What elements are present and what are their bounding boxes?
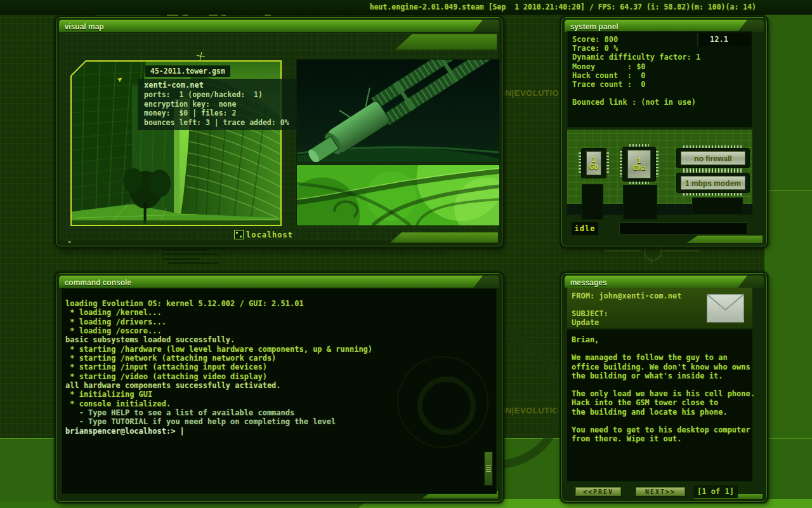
message-line [572,344,752,353]
ram-chip-icon[interactable]: 1 Gb [582,149,606,178]
from-value: john@xenti-com.net [599,291,681,300]
console-lines: loading Evolution OS: kernel 5.12.002 / … [65,299,483,436]
subject-value: Update [572,318,599,327]
visual-map-panel: visual map [56,17,502,246]
node-info-box: xenti-com.net ports: 1 (open/hacked: 1)e… [138,79,296,130]
system-stat-line [572,89,752,98]
message-line: office building. We don't know who owns [572,363,752,371]
modem-slot-icon[interactable]: 1 mbps modem [677,173,749,192]
empty-hardware-slot [582,184,603,220]
prev-message-button[interactable]: <<PREV [575,486,622,497]
node-info-row: ports: 1 (open/hacked: 1) [144,90,291,100]
cpu-unit: Ghz [633,164,646,171]
visual-map-body: 45-2011.tower.gsm ➤ xenti-com.net ports:… [60,33,498,241]
level-clock: 12.1 [697,33,750,46]
message-body-lines: Brian, We managed to follow the guy to a… [572,335,752,453]
console-line: - Type TUTORIAL if you need help on comp… [65,417,483,426]
ram-unit: Gb [589,163,599,170]
console-line: * loading /kernel... [65,308,483,317]
message-line: You need to get to his desktop computer [572,425,752,434]
top-status-bar: heut.engine-2.01.049.steam [Sep 1 2010.2… [0,0,812,15]
message-line: the building or what's inside it. [572,371,752,380]
console-line: * starting /network (attaching network c… [65,354,483,363]
panel-header: visual map [59,20,499,32]
from-label: FROM: [572,291,599,300]
message-page-indicator: [1 of 1] [693,485,738,498]
background-reticle-line [662,250,700,251]
system-stat-line: Dynamic difficulty factor: 1 [572,53,752,62]
console-line: * starting /input (attaching input devic… [65,363,483,371]
satellite-photo [296,59,500,163]
empty-hardware-slot [692,197,743,215]
message-line [572,443,752,452]
map-text-cursor: - [67,237,72,246]
system-stat-line: Trace count : 0 [572,80,752,89]
subject-label: SUBJECT: [572,309,608,318]
message-line [572,380,752,389]
panel-tick-strip [65,250,446,256]
node-info-row: encryption key: none [144,100,291,109]
status-badge: idle [572,222,598,235]
panel-header: system panel [565,20,764,32]
console-line: all hardware components successfully act… [65,381,483,390]
message-line: from there. Wipe it out. [572,434,752,443]
console-line: brianspencer@localhost:> | [65,427,483,436]
map-marker-sparkle-icon [196,51,206,61]
background-right-band-light [764,190,812,438]
node-info-row: money: $0 | files: 2 [144,109,291,118]
node-info-rows: ports: 1 (open/hacked: 1)encryption key:… [144,90,291,127]
message-line: We managed to follow the guy to an [572,353,752,362]
panel-corner-accent [395,34,497,50]
system-panel-title: system panel [565,21,619,31]
console-output: loading Evolution OS: kernel 5.12.002 / … [65,299,483,436]
panel-corner-accent [686,236,763,243]
satellite-photo-image [297,60,499,162]
next-message-button[interactable]: NEXT>> [635,486,686,497]
console-line: * console initialized. [65,399,483,408]
console-line: * loading /drivers... [65,318,483,326]
message-body: Brian, We managed to follow the guy to a… [567,330,752,481]
console-line: basic subsystems loaded successfully. [65,335,483,344]
console-scrollbar-thumb[interactable] [484,451,493,486]
message-from-row: FROM: john@xenti-com.net [572,291,681,300]
console-line: * loading /oscore... [65,326,483,335]
localhost-node[interactable]: localhost [234,230,293,239]
panel-header-bright: visual map [59,20,483,32]
engine-status-text: heut.engine-2.01.049.steam [Sep 1 2010.2… [370,3,756,11]
gsm-tower-tooltip: 45-2011.tower.gsm [145,65,230,77]
visual-map-title: visual map [59,21,104,31]
message-line: the building and locate his phone. [572,408,752,417]
console-line: * initializing GUI [65,390,483,399]
evolution-watermark-top: ION|EVOLUTIO [496,88,559,98]
empty-hardware-slot [623,185,657,220]
console-line: loading Evolution OS: kernel 5.12.002 / … [65,299,483,308]
cpu-chip-icon[interactable]: 1 Ghz [623,147,655,181]
console-screen[interactable]: loading Evolution OS: kernel 5.12.002 / … [62,288,497,494]
system-stat-line: Bounced link : (not in use) [572,98,752,107]
console-title: command console [59,277,131,287]
system-panel: system panel Score: 800Trace: 0 %Dynamic… [561,17,767,246]
cpu-value: 1 [638,157,641,164]
node-hostname: xenti-com.net [144,81,291,90]
console-line: * starting /video (attaching video displ… [65,372,483,381]
aerial-photo [296,164,500,226]
console-line: * starting /hardware (low level hardware… [65,345,483,354]
panel-header-bright: system panel [565,20,747,32]
envelope-icon [707,294,744,323]
panel-header-bright: messages [565,276,747,288]
message-line [572,417,752,425]
node-info-row: bounces left: 3 | trace added: 0% [144,118,291,128]
firewall-slot-icon[interactable]: no firewall [677,149,749,168]
panel-header-bright: command console [59,276,483,288]
background-horizontal-line [764,190,812,191]
background-terminal-row [168,262,219,264]
firewall-label: no firewall [694,154,731,163]
background-terminal-row [162,258,200,260]
host-node-icon [234,230,244,239]
message-header: FROM: john@xenti-com.net SUBJECT: Update [567,288,752,328]
messages-panel: messages FROM: john@xenti-com.net SUBJEC… [561,273,767,502]
localhost-label: localhost [246,231,293,239]
game-screen: ION|EVOLUTIO ION|EVOLUTIO heut.engine-2.… [0,0,812,508]
console-line: - Type HELP to see a list of available c… [65,408,483,417]
command-console-panel: command console loading Evolution OS: ke… [56,273,502,502]
